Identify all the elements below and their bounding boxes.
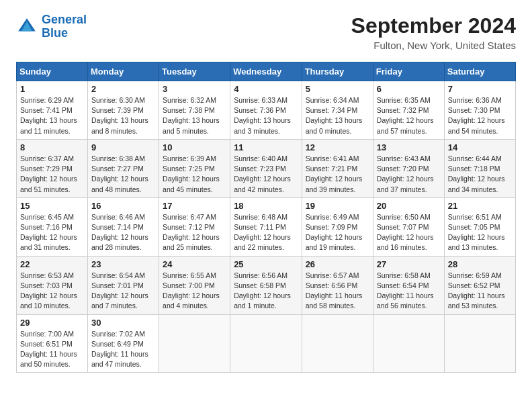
day-info: Sunrise: 6:30 AM Sunset: 7:39 PM Dayligh… xyxy=(91,95,155,136)
day-info: Sunrise: 6:43 AM Sunset: 7:20 PM Dayligh… xyxy=(377,154,441,195)
logo-line2: Blue xyxy=(42,26,68,40)
day-number: 18 xyxy=(234,201,298,211)
calendar-cell: 9 Sunrise: 6:38 AM Sunset: 7:27 PM Dayli… xyxy=(88,139,159,197)
calendar-cell: 30 Sunrise: 7:02 AM Sunset: 6:49 PM Dayl… xyxy=(88,314,159,373)
day-info: Sunrise: 6:50 AM Sunset: 7:07 PM Dayligh… xyxy=(377,212,441,253)
day-info: Sunrise: 6:47 AM Sunset: 7:12 PM Dayligh… xyxy=(163,212,226,253)
day-info: Sunrise: 6:36 AM Sunset: 7:30 PM Dayligh… xyxy=(448,95,512,136)
day-number: 24 xyxy=(163,259,226,269)
day-number: 16 xyxy=(91,201,155,211)
calendar-cell: 2 Sunrise: 6:30 AM Sunset: 7:39 PM Dayli… xyxy=(88,81,159,140)
logo-text: General Blue xyxy=(42,13,87,40)
day-info: Sunrise: 6:53 AM Sunset: 7:03 PM Dayligh… xyxy=(20,271,84,312)
calendar-day-header: Tuesday xyxy=(159,62,230,81)
calendar-cell xyxy=(302,314,373,373)
day-info: Sunrise: 6:57 AM Sunset: 6:56 PM Dayligh… xyxy=(306,271,369,312)
calendar-cell: 14 Sunrise: 6:44 AM Sunset: 7:18 PM Dayl… xyxy=(444,139,515,197)
calendar-cell: 8 Sunrise: 6:37 AM Sunset: 7:29 PM Dayli… xyxy=(17,139,88,197)
calendar-table: SundayMondayTuesdayWednesdayThursdayFrid… xyxy=(16,62,516,373)
calendar-body: 1 Sunrise: 6:29 AM Sunset: 7:41 PM Dayli… xyxy=(17,81,516,373)
day-number: 7 xyxy=(448,84,512,94)
day-info: Sunrise: 6:38 AM Sunset: 7:27 PM Dayligh… xyxy=(91,154,155,195)
calendar-cell xyxy=(373,314,444,373)
day-number: 21 xyxy=(448,201,512,211)
day-info: Sunrise: 6:55 AM Sunset: 7:00 PM Dayligh… xyxy=(163,271,226,312)
calendar-day-header: Thursday xyxy=(302,62,373,81)
calendar-cell: 24 Sunrise: 6:55 AM Sunset: 7:00 PM Dayl… xyxy=(159,256,230,314)
calendar-week-row: 22 Sunrise: 6:53 AM Sunset: 7:03 PM Dayl… xyxy=(17,256,516,314)
calendar-cell: 1 Sunrise: 6:29 AM Sunset: 7:41 PM Dayli… xyxy=(17,81,88,140)
day-number: 27 xyxy=(377,259,441,269)
day-info: Sunrise: 6:56 AM Sunset: 6:58 PM Dayligh… xyxy=(234,271,298,312)
day-number: 17 xyxy=(163,201,226,211)
calendar-cell: 17 Sunrise: 6:47 AM Sunset: 7:12 PM Dayl… xyxy=(159,197,230,256)
day-number: 12 xyxy=(306,142,369,152)
day-info: Sunrise: 6:29 AM Sunset: 7:41 PM Dayligh… xyxy=(20,95,84,136)
day-number: 9 xyxy=(91,142,155,152)
day-number: 13 xyxy=(377,142,441,152)
calendar-day-header: Friday xyxy=(373,62,444,81)
calendar-cell xyxy=(159,314,230,373)
day-number: 2 xyxy=(91,84,155,94)
calendar-week-row: 15 Sunrise: 6:45 AM Sunset: 7:16 PM Dayl… xyxy=(17,197,516,256)
day-number: 5 xyxy=(306,84,369,94)
page-header: General Blue September 2024 Fulton, New … xyxy=(16,13,516,51)
calendar-day-header: Sunday xyxy=(17,62,88,81)
day-info: Sunrise: 6:45 AM Sunset: 7:16 PM Dayligh… xyxy=(20,212,84,253)
calendar-day-header: Saturday xyxy=(444,62,515,81)
calendar-cell: 5 Sunrise: 6:34 AM Sunset: 7:34 PM Dayli… xyxy=(302,81,373,140)
day-info: Sunrise: 6:41 AM Sunset: 7:21 PM Dayligh… xyxy=(306,154,369,195)
day-info: Sunrise: 6:32 AM Sunset: 7:38 PM Dayligh… xyxy=(163,95,226,136)
calendar-cell: 16 Sunrise: 6:46 AM Sunset: 7:14 PM Dayl… xyxy=(88,197,159,256)
day-info: Sunrise: 7:00 AM Sunset: 6:51 PM Dayligh… xyxy=(20,329,84,370)
calendar-cell: 23 Sunrise: 6:54 AM Sunset: 7:01 PM Dayl… xyxy=(88,256,159,314)
day-info: Sunrise: 6:33 AM Sunset: 7:36 PM Dayligh… xyxy=(234,95,298,136)
calendar-cell: 18 Sunrise: 6:48 AM Sunset: 7:11 PM Dayl… xyxy=(230,197,302,256)
day-number: 30 xyxy=(91,318,155,328)
calendar-cell: 22 Sunrise: 6:53 AM Sunset: 7:03 PM Dayl… xyxy=(17,256,88,314)
calendar-week-row: 8 Sunrise: 6:37 AM Sunset: 7:29 PM Dayli… xyxy=(17,139,516,197)
day-info: Sunrise: 6:58 AM Sunset: 6:54 PM Dayligh… xyxy=(377,271,441,312)
calendar-day-header: Wednesday xyxy=(230,62,302,81)
day-number: 29 xyxy=(20,318,84,328)
logo: General Blue xyxy=(16,13,87,40)
day-number: 25 xyxy=(234,259,298,269)
day-number: 11 xyxy=(234,142,298,152)
day-number: 26 xyxy=(306,259,369,269)
day-info: Sunrise: 6:40 AM Sunset: 7:23 PM Dayligh… xyxy=(234,154,298,195)
day-number: 22 xyxy=(20,259,84,269)
calendar-cell: 25 Sunrise: 6:56 AM Sunset: 6:58 PM Dayl… xyxy=(230,256,302,314)
page-title: September 2024 xyxy=(351,13,516,38)
day-number: 23 xyxy=(91,259,155,269)
page-subtitle: Fulton, New York, United States xyxy=(351,40,516,51)
calendar-cell: 20 Sunrise: 6:50 AM Sunset: 7:07 PM Dayl… xyxy=(373,197,444,256)
calendar-cell: 12 Sunrise: 6:41 AM Sunset: 7:21 PM Dayl… xyxy=(302,139,373,197)
day-number: 28 xyxy=(448,259,512,269)
day-info: Sunrise: 6:34 AM Sunset: 7:34 PM Dayligh… xyxy=(306,95,369,136)
title-block: September 2024 Fulton, New York, United … xyxy=(351,13,516,51)
day-number: 6 xyxy=(377,84,441,94)
day-number: 14 xyxy=(448,142,512,152)
day-info: Sunrise: 6:44 AM Sunset: 7:18 PM Dayligh… xyxy=(448,154,512,195)
calendar-cell: 15 Sunrise: 6:45 AM Sunset: 7:16 PM Dayl… xyxy=(17,197,88,256)
calendar-header-row: SundayMondayTuesdayWednesdayThursdayFrid… xyxy=(17,62,516,81)
day-info: Sunrise: 6:37 AM Sunset: 7:29 PM Dayligh… xyxy=(20,154,84,195)
logo-line1: General xyxy=(42,13,87,26)
day-info: Sunrise: 7:02 AM Sunset: 6:49 PM Dayligh… xyxy=(91,329,155,370)
calendar-week-row: 29 Sunrise: 7:00 AM Sunset: 6:51 PM Dayl… xyxy=(17,314,516,373)
day-info: Sunrise: 6:49 AM Sunset: 7:09 PM Dayligh… xyxy=(306,212,369,253)
calendar-cell: 10 Sunrise: 6:39 AM Sunset: 7:25 PM Dayl… xyxy=(159,139,230,197)
day-info: Sunrise: 6:39 AM Sunset: 7:25 PM Dayligh… xyxy=(163,154,226,195)
calendar-cell xyxy=(444,314,515,373)
calendar-week-row: 1 Sunrise: 6:29 AM Sunset: 7:41 PM Dayli… xyxy=(17,81,516,140)
day-info: Sunrise: 6:54 AM Sunset: 7:01 PM Dayligh… xyxy=(91,271,155,312)
day-info: Sunrise: 6:35 AM Sunset: 7:32 PM Dayligh… xyxy=(377,95,441,136)
calendar-cell: 6 Sunrise: 6:35 AM Sunset: 7:32 PM Dayli… xyxy=(373,81,444,140)
calendar-cell: 4 Sunrise: 6:33 AM Sunset: 7:36 PM Dayli… xyxy=(230,81,302,140)
day-number: 1 xyxy=(20,84,84,94)
day-info: Sunrise: 6:48 AM Sunset: 7:11 PM Dayligh… xyxy=(234,212,298,253)
day-info: Sunrise: 6:46 AM Sunset: 7:14 PM Dayligh… xyxy=(91,212,155,253)
day-info: Sunrise: 6:59 AM Sunset: 6:52 PM Dayligh… xyxy=(448,271,512,312)
calendar-cell: 13 Sunrise: 6:43 AM Sunset: 7:20 PM Dayl… xyxy=(373,139,444,197)
calendar-cell: 26 Sunrise: 6:57 AM Sunset: 6:56 PM Dayl… xyxy=(302,256,373,314)
